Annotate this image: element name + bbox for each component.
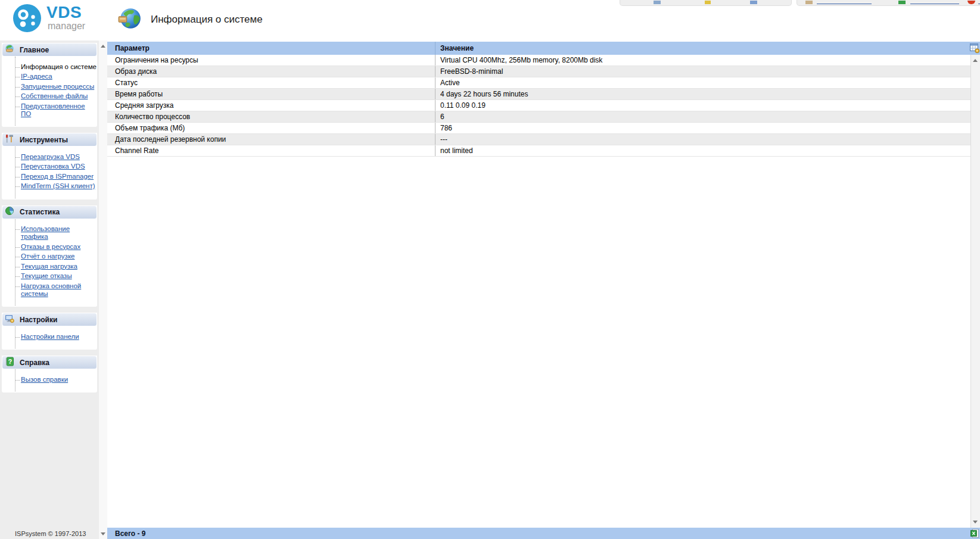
sidebar-item-link[interactable]: Нагрузка основной системы bbox=[21, 282, 81, 297]
value-cell: FreeBSD-8-minimal bbox=[435, 66, 971, 77]
sidebar-item-link[interactable]: Переустановка VDS bbox=[21, 163, 85, 170]
sidebar-item-current-failures[interactable]: Текущие отказы bbox=[15, 272, 97, 280]
sidebar-item-goto-ispmanager[interactable]: Переход в ISPmanager bbox=[15, 173, 97, 180]
parameter-cell: Ограничения на ресурсы bbox=[107, 55, 435, 66]
parameter-cell: Дата последней резервной копии bbox=[107, 134, 435, 145]
sidebar-item-mindterm-ssh[interactable]: MindTerm (SSH клиент) bbox=[15, 182, 97, 190]
keyboard-icon[interactable] bbox=[654, 1, 661, 4]
sidebar-item-link[interactable]: MindTerm (SSH клиент) bbox=[21, 182, 95, 189]
plus-minus-icon[interactable] bbox=[705, 1, 711, 4]
sidebar-items: Информация о системе IP-адреса Запущенны… bbox=[15, 57, 97, 126]
sidebar-item-link[interactable]: Предустановленное ПО bbox=[21, 102, 85, 117]
sidebar-section-statistics-header: Статистика bbox=[2, 205, 97, 219]
parameter-cell: Время работы bbox=[107, 89, 435, 99]
sidebar-item-link[interactable]: IP-адреса bbox=[21, 73, 52, 80]
green-panel-icon[interactable] bbox=[898, 1, 906, 4]
table-settings-icon[interactable] bbox=[970, 43, 979, 53]
parameter-cell: Образ диска bbox=[107, 66, 435, 77]
sidebar-section-settings: Настройки Настройки панели bbox=[2, 313, 97, 350]
table-row: Ограничения на ресурсы Virtual CPU 400Mh… bbox=[107, 55, 971, 66]
parameter-cell: Объем трафика (Мб) bbox=[107, 123, 435, 133]
value-cell: Active bbox=[435, 77, 971, 88]
excel-export-icon[interactable] bbox=[970, 529, 979, 538]
value-cell: 4 days 22 hours 56 minutes bbox=[435, 89, 971, 99]
top-toolbar-right bbox=[797, 0, 980, 6]
content-scrollbar[interactable] bbox=[970, 55, 980, 528]
sidebar-item-call-help[interactable]: Вызов справки bbox=[15, 376, 97, 384]
sidebar-item-link[interactable]: Использование трафика bbox=[21, 225, 70, 240]
sidebar-scrollbar[interactable] bbox=[99, 40, 107, 539]
sidebar-items: Вызов справки bbox=[15, 369, 97, 391]
sidebar-item-link[interactable]: Текущие отказы bbox=[21, 272, 72, 279]
sidebar-section-label: Инструменты bbox=[20, 136, 68, 144]
sidebar-section-help-header: ? Справка bbox=[2, 356, 97, 369]
column-header-value[interactable]: Значение bbox=[435, 42, 980, 55]
sidebar-item-link[interactable]: Отчёт о нагрузке bbox=[21, 253, 74, 260]
vds-manager-logo[interactable]: VDS manager bbox=[13, 4, 85, 35]
sidebar-item-link[interactable]: Настройки панели bbox=[21, 333, 79, 340]
sidebar-item-running-processes[interactable]: Запущенные процессы bbox=[15, 83, 97, 91]
page-heading: Информация о системе bbox=[117, 6, 263, 33]
monitor-settings-icon bbox=[5, 314, 14, 326]
user-settings-icon[interactable] bbox=[805, 1, 813, 4]
sidebar-section-main-header: Главное bbox=[2, 43, 97, 57]
sidebar-section-settings-header: Настройки bbox=[2, 313, 97, 326]
help-icon: ? bbox=[5, 357, 14, 369]
scroll-down-arrow-icon[interactable] bbox=[101, 532, 105, 535]
sidebar-section-label: Статистика bbox=[20, 208, 60, 216]
sidebar-item-resource-failures[interactable]: Отказы в ресурсах bbox=[15, 243, 97, 251]
sidebar-item-current-load[interactable]: Текущая нагрузка bbox=[15, 263, 97, 270]
table-row: Channel Rate not limited bbox=[107, 145, 971, 157]
logout-icon[interactable] bbox=[967, 1, 975, 4]
value-cell: --- bbox=[435, 134, 971, 145]
sidebar-item-link[interactable]: Запущенные процессы bbox=[21, 83, 94, 90]
sidebar-section-label: Справка bbox=[20, 359, 49, 367]
vds-logo-mark-icon bbox=[13, 4, 41, 35]
sidebar-item-ip-addresses[interactable]: IP-адреса bbox=[15, 73, 97, 80]
value-cell: 6 bbox=[435, 111, 971, 122]
top-toolbar-left bbox=[620, 0, 792, 6]
parameter-cell: Средняя загрузка bbox=[107, 100, 435, 111]
globe-network-icon bbox=[117, 6, 142, 33]
sidebar-item-reinstall-vds[interactable]: Переустановка VDS bbox=[15, 163, 97, 170]
column-header-parameter[interactable]: Параметр bbox=[107, 44, 435, 52]
main-content: Параметр Значение Ограничения на ресурсы… bbox=[107, 40, 980, 539]
table-header-row: Параметр Значение bbox=[107, 42, 980, 55]
total-count-label: Всего - 9 bbox=[107, 529, 146, 538]
sidebar-item-link[interactable]: Отказы в ресурсах bbox=[21, 243, 80, 250]
scroll-up-arrow-icon[interactable] bbox=[973, 59, 978, 62]
sidebar-item-link[interactable]: Перезагрузка VDS bbox=[21, 153, 80, 160]
sidebar-items: Перезагрузка VDS Переустановка VDS Перех… bbox=[15, 147, 97, 198]
sidebar-item-link[interactable]: Текущая нагрузка bbox=[21, 263, 77, 270]
toolbar-link-1[interactable] bbox=[817, 4, 872, 4]
toolbar-link-2[interactable] bbox=[910, 4, 959, 4]
sidebar-item-preinstalled-software[interactable]: Предустановленное ПО bbox=[15, 102, 97, 118]
sidebar-item-link[interactable]: Переход в ISPmanager bbox=[21, 173, 94, 180]
logo-primary: VDS bbox=[46, 4, 85, 21]
disk-icon[interactable] bbox=[750, 1, 757, 4]
sidebar-item-own-files[interactable]: Собственные файлы bbox=[15, 92, 97, 100]
sidebar-item-system-info[interactable]: Информация о системе bbox=[15, 63, 97, 71]
sidebar-section-tools-header: Инструменты bbox=[2, 133, 97, 147]
sidebar-item-link[interactable]: Собственные файлы bbox=[21, 92, 88, 99]
sidebar-section-tools: Инструменты Перезагрузка VDS Переустанов… bbox=[2, 133, 97, 200]
value-cell: Virtual CPU 400Mhz, 256Mb memory, 8200Mb… bbox=[435, 55, 971, 66]
parameter-cell: Количество процессов bbox=[107, 111, 435, 122]
sidebar-item-host-system-load[interactable]: Нагрузка основной системы bbox=[15, 282, 97, 298]
table-row: Время работы 4 days 22 hours 56 minutes bbox=[107, 89, 971, 100]
sidebar-section-statistics: Статистика Использование трафика Отказы … bbox=[2, 205, 97, 307]
sidebar-section-help: ? Справка Вызов справки bbox=[2, 356, 97, 392]
sidebar-item-link[interactable]: Вызов справки bbox=[21, 376, 68, 383]
sidebar-item-reboot-vds[interactable]: Перезагрузка VDS bbox=[15, 153, 97, 161]
sidebar-item-load-report[interactable]: Отчёт о нагрузке bbox=[15, 253, 97, 260]
table-row: Объем трафика (Мб) 786 bbox=[107, 123, 971, 134]
sidebar-items: Использование трафика Отказы в ресурсах … bbox=[15, 219, 97, 306]
value-cell: not limited bbox=[435, 145, 971, 156]
sidebar-section-main: Главное Информация о системе IP-адреса З… bbox=[2, 43, 97, 127]
table-row: Количество процессов 6 bbox=[107, 111, 971, 123]
scroll-up-arrow-icon[interactable] bbox=[101, 45, 105, 48]
scroll-down-arrow-icon[interactable] bbox=[973, 521, 978, 524]
table-row: Средняя загрузка 0.11 0.09 0.19 bbox=[107, 100, 971, 111]
sidebar-item-traffic-usage[interactable]: Использование трафика bbox=[15, 225, 97, 241]
sidebar-item-panel-settings[interactable]: Настройки панели bbox=[15, 333, 97, 341]
